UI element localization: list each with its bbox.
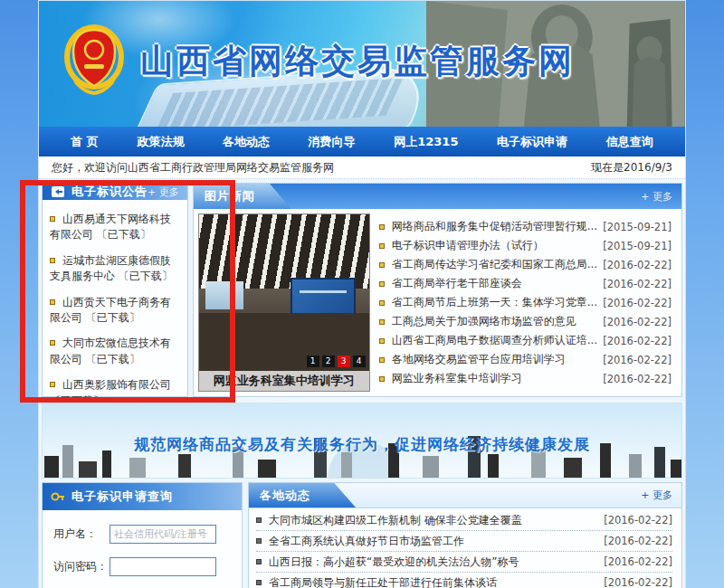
- square-bullet-icon: [50, 216, 55, 222]
- local-news-item-date: [2016-02-22]: [604, 535, 672, 547]
- local-news-header: 各地动态 + 更多: [249, 483, 681, 508]
- nav-item[interactable]: 信息查询: [606, 134, 653, 150]
- square-bullet-icon: [256, 559, 262, 564]
- current-date: 现在是2016/9/3: [591, 160, 672, 175]
- local-news-item[interactable]: 大同市城区构建四级工作新机制 确保非公党建全覆盖 [2016-02-22]: [256, 510, 672, 531]
- photo-news-content: 1 2 3 4 网监业务科室集中培训学习: [194, 209, 681, 396]
- local-news-item-title: 省工商局领导与新任正处干部进行任前集体谈话: [269, 575, 598, 588]
- key-icon: [51, 490, 65, 503]
- photo-caption: 网监业务科室集中培训学习: [199, 371, 369, 391]
- photo-page-button[interactable]: 1: [307, 356, 319, 367]
- news-item-date: [2016-02-22]: [603, 278, 672, 290]
- photo-page-button[interactable]: 3: [338, 356, 350, 367]
- square-bullet-icon: [379, 376, 385, 382]
- username-label: 用户名：: [53, 526, 110, 542]
- local-news-item-date: [2016-02-22]: [604, 514, 672, 526]
- square-bullet-icon: [50, 382, 55, 387]
- square-bullet-icon: [379, 319, 385, 325]
- news-list-item[interactable]: 工商总局关于加强网络市场监管的意见 [2016-02-22]: [379, 312, 672, 331]
- news-item-title: 省工商局传达学习省纪委和国家工商总局...: [392, 257, 597, 272]
- nav-item[interactable]: 消费向导: [309, 134, 356, 150]
- square-bullet-icon: [256, 517, 262, 523]
- slogan-text: 规范网络商品交易及有关服务行为，促进网络经济持续健康发展: [43, 434, 681, 455]
- news-list-item[interactable]: 电子标识申请管理办法（试行） [2015-09-21]: [379, 236, 672, 255]
- photo-news-title: 图片新闻: [194, 184, 291, 209]
- announcement-item-text: 山西贡天下电子商务有限公司 〔已下载〕: [50, 296, 171, 324]
- page-title: 山西省网络交易监管服务网: [140, 39, 575, 84]
- welcome-bar: 您好，欢迎访问山西省工商行政管理局网络交易监管服务网 现在是2016/9/3: [39, 156, 685, 179]
- announcement-item-text: 运城市盐湖区康德假肢支具服务中心 〔已下载〕: [50, 254, 173, 282]
- announcement-more-link[interactable]: + 更多: [148, 185, 179, 199]
- news-item-date: [2015-09-21]: [603, 221, 672, 233]
- slogan-banner: 规范网络商品交易及有关服务行为，促进网络经济持续健康发展: [42, 403, 682, 479]
- nav-item[interactable]: 网上12315: [394, 134, 458, 150]
- square-bullet-icon: [50, 340, 55, 346]
- announcement-list-item[interactable]: 大同市宏微信息技术有限公司 〔已下载〕: [50, 336, 180, 367]
- top-section: 电子标识公告 + 更多 山西易通天下网络科技有限公司 〔已下载〕 运城市盐湖区康…: [39, 179, 685, 402]
- square-bullet-icon: [379, 338, 385, 344]
- photo-news-header: 图片新闻 + 更多: [194, 184, 681, 209]
- welcome-text: 您好，欢迎访问山西省工商行政管理局网络交易监管服务网: [52, 160, 334, 175]
- news-item-date: [2016-02-22]: [603, 373, 672, 385]
- announcement-title: 电子标识公告: [71, 184, 148, 200]
- announcement-list-item[interactable]: 山西贡天下电子商务有限公司 〔已下载〕: [50, 295, 180, 327]
- news-item-title: 网络商品和服务集中促销活动管理暂行规...: [392, 219, 597, 234]
- photo-page-button[interactable]: 4: [353, 356, 366, 367]
- news-item-title: 省工商局举行老干部座谈会: [392, 276, 597, 291]
- username-row: 用户名：: [53, 525, 233, 544]
- news-list-item[interactable]: 省工商局节后上班第一天：集体学习党章... [2016-02-22]: [379, 293, 672, 312]
- password-input[interactable]: [110, 557, 216, 576]
- news-item-title: 省工商局节后上班第一天：集体学习党章...: [392, 295, 597, 310]
- announcement-item-text: 山西易通天下网络科技有限公司 〔已下载〕: [50, 213, 171, 241]
- local-news-item-title: 山西日报：高小超获“最受欢迎的机关法治人物”称号: [269, 555, 598, 570]
- square-bullet-icon: [379, 224, 385, 230]
- username-input[interactable]: [110, 525, 216, 544]
- square-bullet-icon: [379, 357, 385, 363]
- local-news-item[interactable]: 省工商局领导与新任正处干部进行任前集体谈话 [2016-02-22]: [256, 573, 672, 588]
- photo-news-list: 网络商品和服务集中促销活动管理暂行规... [2015-09-21] 电子标识申…: [376, 213, 677, 392]
- photo-pagination: 1 2 3 4: [307, 356, 366, 367]
- local-news-item[interactable]: 全省工商系统认真做好节日市场监管工作 [2016-02-22]: [256, 531, 672, 552]
- announcement-list-item[interactable]: 运城市盐湖区康德假肢支具服务中心 〔已下载〕: [50, 253, 180, 285]
- photo-news-panel: 图片新闻 + 更多 1 2: [193, 183, 682, 397]
- announcement-icon: [51, 185, 65, 198]
- nav-item[interactable]: 首 页: [71, 134, 99, 150]
- news-list-item[interactable]: 网监业务科室集中培训学习 [2016-02-22]: [379, 369, 672, 388]
- square-bullet-icon: [50, 258, 55, 263]
- news-item-date: [2016-02-22]: [603, 316, 672, 328]
- news-list-item[interactable]: 省工商局举行老干部座谈会 [2016-02-22]: [379, 274, 672, 293]
- photo-news-more-link[interactable]: + 更多: [641, 190, 672, 204]
- saic-emblem-logo: [64, 24, 124, 99]
- news-item-title: 网监业务科室集中培训学习: [392, 371, 597, 386]
- photo-window: [205, 281, 243, 309]
- nav-item[interactable]: 政策法规: [137, 134, 184, 150]
- square-bullet-icon: [379, 262, 385, 268]
- square-bullet-icon: [50, 299, 55, 305]
- site-header-banner: 山西省网络交易监管服务网: [39, 1, 685, 127]
- news-list-item[interactable]: 省工商局传达学习省纪委和国家工商总局... [2016-02-22]: [379, 255, 672, 274]
- news-item-date: [2016-02-22]: [603, 335, 672, 347]
- announcement-list-item[interactable]: 山西易通天下网络科技有限公司 〔已下载〕: [50, 212, 180, 243]
- news-list-item[interactable]: 各地网络交易监管平台应用培训学习 [2016-02-22]: [379, 350, 672, 369]
- local-news-panel: 各地动态 + 更多 大同市城区构建四级工作新机制 确保非公党建全覆盖 [2016…: [248, 482, 682, 588]
- news-item-date: [2015-09-21]: [603, 240, 672, 252]
- news-photo[interactable]: 1 2 3 4 网监业务科室集中培训学习: [198, 213, 370, 392]
- local-news-item[interactable]: 山西日报：高小超获“最受欢迎的机关法治人物”称号 [2016-02-22]: [256, 552, 672, 573]
- news-item-date: [2016-02-22]: [603, 259, 672, 271]
- square-bullet-icon: [379, 243, 385, 249]
- news-item-title: 工商总局关于加强网络市场监管的意见: [392, 314, 597, 329]
- local-news-item-title: 全省工商系统认真做好节日市场监管工作: [269, 534, 598, 549]
- query-panel-title: 电子标识申请查询: [71, 488, 173, 505]
- local-news-list: 大同市城区构建四级工作新机制 确保非公党建全覆盖 [2016-02-22] 全省…: [249, 508, 681, 588]
- news-list-item[interactable]: 山西省工商局电子数据调查分析师认证培... [2016-02-22]: [379, 331, 672, 350]
- square-bullet-icon: [256, 538, 262, 544]
- local-news-item-date: [2016-02-22]: [604, 576, 672, 588]
- news-list-item[interactable]: 网络商品和服务集中促销活动管理暂行规... [2015-09-21]: [379, 217, 672, 236]
- e-label-query-panel: 电子标识申请查询 用户名： 访问密码： 验证码： PFsv: [42, 482, 243, 588]
- password-label: 访问密码：: [53, 559, 110, 574]
- news-item-title: 山西省工商局电子数据调查分析师认证培...: [392, 333, 597, 348]
- photo-page-button[interactable]: 2: [322, 356, 335, 367]
- nav-item[interactable]: 各地动态: [223, 134, 270, 150]
- nav-item[interactable]: 电子标识申请: [497, 134, 567, 150]
- local-news-more-link[interactable]: + 更多: [641, 488, 672, 502]
